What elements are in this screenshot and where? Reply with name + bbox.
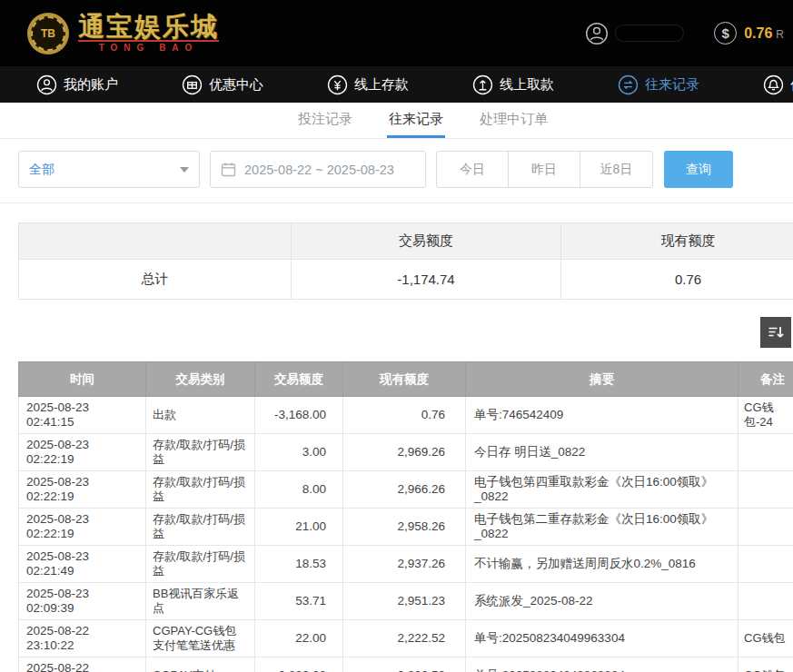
balance-currency: R — [776, 25, 784, 41]
main-nav: 我的账户 优惠中心 线上存款 线上取款 往来记录 — [0, 66, 793, 103]
tab-betting-records[interactable]: 投注记录 — [296, 103, 354, 138]
cell-note: CG钱包 — [738, 620, 793, 657]
table-row: 2025-08-23 02:09:39 BB视讯百家乐返点 53.71 2,95… — [19, 583, 793, 620]
cell-type: CGPAY-CG钱包支付笔笔送优惠 — [146, 620, 255, 657]
nav-item-records[interactable]: 往来记录 — [618, 74, 699, 95]
date-range-input[interactable]: 2025-08-22 ~ 2025-08-23 — [210, 151, 426, 188]
cell-balance: 2,969.26 — [343, 434, 466, 471]
cell-time: 2025-08-23 02:22:19 — [19, 434, 146, 471]
cell-note: CG钱包 — [738, 657, 793, 672]
cell-type: 存款/取款/打码/损益 — [146, 434, 255, 471]
deposit-icon — [327, 74, 348, 95]
cell-balance: 2,966.26 — [343, 471, 466, 509]
divider — [0, 203, 793, 203]
table-row: 2025-08-22 23:10:22 CGPAY-CG钱包支付笔笔送优惠 22… — [19, 620, 793, 657]
cell-time: 2025-08-23 02:21:49 — [19, 546, 146, 583]
cell-summary: 单号:202508234049963304 — [466, 657, 738, 672]
cell-balance: 2,951.23 — [343, 583, 466, 620]
nav-item-my-account[interactable]: 我的账户 — [36, 74, 118, 95]
logo-text: 通宝娱乐城 TONG BAO — [78, 13, 219, 54]
nav-item-messages[interactable]: 信息公告 — [763, 74, 793, 95]
sort-button[interactable] — [760, 317, 791, 348]
table-row: 2025-08-23 02:22:19 存款/取款/打码/损益 8.00 2,9… — [19, 471, 793, 509]
cell-balance: 2,937.26 — [343, 546, 466, 583]
cell-balance: 0.76 — [343, 397, 466, 434]
cell-type: 存款/取款/打码/损益 — [146, 546, 255, 583]
nav-label: 线上取款 — [500, 76, 554, 94]
cell-note — [738, 583, 793, 620]
tab-transaction-records[interactable]: 往来记录 — [387, 103, 445, 138]
summary-balance-total: 0.76 — [561, 260, 793, 300]
filter-bar: 全部 2025-08-22 ~ 2025-08-23 今日 昨日 近8日 查询 — [18, 151, 775, 188]
today-button[interactable]: 今日 — [437, 152, 509, 187]
logo-title: 通宝娱乐城 — [78, 13, 219, 40]
summary-total-label: 总计 — [19, 260, 292, 300]
nav-item-withdraw[interactable]: 线上取款 — [472, 74, 554, 95]
quick-date-group: 今日 昨日 近8日 — [436, 151, 653, 188]
column-header-balance: 现有额度 — [343, 362, 466, 397]
chip-badge: TB — [31, 16, 65, 51]
last-8-days-button[interactable]: 近8日 — [580, 152, 652, 187]
balance-coin-icon: $ — [714, 22, 737, 44]
cell-balance: 2,958.26 — [343, 509, 466, 546]
bell-icon — [763, 74, 784, 95]
cell-time: 2025-08-22 23:10:22 — [19, 620, 146, 657]
nav-label: 线上存款 — [354, 76, 409, 94]
user-avatar-icon[interactable] — [585, 22, 609, 45]
cell-type: 存款/取款/打码/损益 — [146, 471, 255, 509]
cell-note — [738, 546, 793, 583]
summary-header-blank — [19, 223, 292, 260]
cell-time: 2025-08-23 02:22:19 — [19, 509, 146, 546]
nav-item-promotions[interactable]: 优惠中心 — [182, 74, 263, 95]
cell-note — [738, 509, 793, 546]
cell-note — [738, 434, 793, 471]
nav-item-deposit[interactable]: 线上存款 — [327, 74, 409, 95]
nav-label: 往来记录 — [645, 76, 699, 94]
cell-amount: 8.00 — [255, 471, 343, 509]
nav-label: 我的账户 — [64, 76, 118, 94]
cell-time: 2025-08-22 23:10:22 — [19, 657, 146, 672]
column-header-time: 时间 — [19, 362, 146, 397]
cell-time: 2025-08-23 02:41:15 — [19, 397, 146, 434]
column-header-type: 交易类别 — [146, 362, 255, 397]
cell-summary: 单号:202508234049963304 — [466, 620, 738, 657]
column-header-amount: 交易额度 — [255, 362, 343, 397]
table-row: 2025-08-23 02:41:15 出款 -3,168.00 0.76 单号… — [19, 397, 793, 434]
cell-note: CG钱包-24 — [738, 397, 793, 434]
casino-chip-icon: TB — [27, 13, 69, 54]
cell-time: 2025-08-23 02:22:19 — [19, 471, 146, 509]
withdraw-icon — [472, 74, 493, 95]
cell-summary: 单号:746542409 — [466, 397, 738, 434]
sort-row — [0, 317, 793, 348]
account-icon — [36, 74, 57, 95]
calendar-icon — [221, 162, 236, 177]
page: TB 通宝娱乐城 TONG BAO $ 0.76 R — [0, 0, 793, 672]
table-row: 2025-08-23 02:21:49 存款/取款/打码/损益 18.53 2,… — [19, 546, 793, 583]
sort-amount-icon — [767, 323, 785, 341]
records-table: 时间 交易类别 交易额度 现有额度 摘要 备注 2025-08-23 02:41… — [18, 361, 793, 672]
logo[interactable]: TB 通宝娱乐城 TONG BAO — [27, 13, 219, 54]
cell-time: 2025-08-23 02:09:39 — [19, 583, 146, 620]
type-filter-select[interactable]: 全部 — [18, 151, 200, 188]
table-row: 2025-08-23 02:22:19 存款/取款/打码/损益 21.00 2,… — [19, 509, 793, 546]
type-filter-value: 全部 — [29, 162, 55, 178]
cell-amount: 53.71 — [255, 583, 343, 620]
cell-summary: 今日存 明日送_0822 — [466, 434, 738, 471]
cell-type: 存款/取款/打码/损益 — [146, 509, 255, 546]
date-range-value: 2025-08-22 ~ 2025-08-23 — [244, 163, 394, 177]
cell-amount: 18.53 — [255, 546, 343, 583]
summary-header-transaction: 交易额度 — [292, 223, 561, 260]
promo-icon — [182, 74, 203, 95]
cell-balance: 2,222.52 — [343, 620, 466, 657]
search-button[interactable]: 查询 — [664, 151, 733, 188]
summary-header-balance: 现有额度 — [561, 223, 793, 260]
tab-processing-orders[interactable]: 处理中订单 — [478, 103, 550, 138]
yesterday-button[interactable]: 昨日 — [509, 152, 580, 187]
header-account-area: $ 0.76 R — [585, 22, 784, 45]
cell-type: BB视讯百家乐返点 — [146, 583, 255, 620]
cell-summary: 系统派发_2025-08-22 — [466, 583, 738, 620]
cell-type: CGPAY支付 — [146, 657, 255, 672]
summary-table: 交易额度 现有额度 总计 -1,174.74 0.76 — [18, 222, 793, 300]
cell-amount: -3,168.00 — [255, 397, 343, 434]
summary-total-row: 总计 -1,174.74 0.76 — [19, 260, 793, 300]
